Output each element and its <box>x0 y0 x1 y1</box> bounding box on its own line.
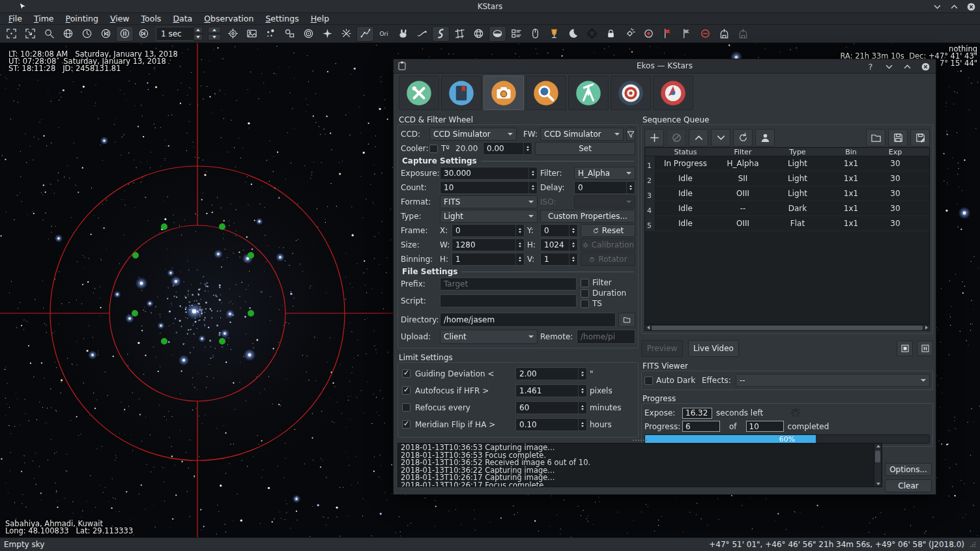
add-flag-icon[interactable] <box>659 26 676 42</box>
queue-refresh-button[interactable] <box>733 129 753 147</box>
scrollbar-handle[interactable] <box>652 326 923 330</box>
limit-spinbox-1[interactable]: 1.461 <box>515 384 587 397</box>
delay-spinbox[interactable]: 0 <box>574 181 635 194</box>
menu-observation[interactable]: Observation <box>198 13 259 24</box>
splitter-handle[interactable] <box>397 438 882 442</box>
limit-spinbox-0[interactable]: 2.00 <box>515 367 587 380</box>
pointing-target-icon[interactable] <box>224 26 242 42</box>
snapshot-icon[interactable] <box>621 26 639 42</box>
queue-save-as-button[interactable] <box>910 129 930 147</box>
script-input[interactable] <box>440 294 577 307</box>
table-row[interactable]: 4Idle--Dark1x130 <box>645 201 929 216</box>
directory-input[interactable]: /home/jasem <box>440 313 616 327</box>
filter-combo[interactable]: H_Alpha <box>574 167 635 180</box>
menu-view[interactable]: View <box>104 13 136 24</box>
table-horizontal-scrollbar[interactable] <box>644 325 930 331</box>
time-unit-updown[interactable] <box>208 27 221 40</box>
horizon-icon[interactable] <box>489 26 506 42</box>
pause-button[interactable] <box>917 341 933 356</box>
cooler-checkbox[interactable] <box>429 145 438 153</box>
show-deep-sky-icon[interactable] <box>281 26 298 42</box>
queue-open-button[interactable] <box>866 129 886 147</box>
type-combo[interactable]: Light <box>440 210 538 223</box>
zoom-select-icon[interactable] <box>22 26 39 42</box>
queue-add-button[interactable] <box>644 129 664 147</box>
prefix-input[interactable]: Target <box>440 277 577 290</box>
find-object-icon[interactable] <box>40 26 58 42</box>
dome-icon[interactable] <box>715 26 733 42</box>
constellation-lines-icon[interactable] <box>356 26 374 42</box>
queue-up-button[interactable] <box>689 129 708 147</box>
list-flags-icon[interactable] <box>678 26 695 42</box>
observation-planner-icon[interactable] <box>545 26 563 42</box>
upload-combo[interactable]: Client <box>440 330 538 344</box>
stop-button[interactable] <box>897 341 913 356</box>
spin-arrows[interactable] <box>523 143 532 154</box>
maximize-button[interactable] <box>949 1 959 12</box>
options-button[interactable]: Options... <box>885 463 932 476</box>
fw-combo[interactable]: CCD Simulator <box>540 128 624 141</box>
milky-way-icon[interactable] <box>432 26 450 42</box>
binning-v-spinbox[interactable]: 1 <box>540 253 578 266</box>
ekos-close-button[interactable] <box>920 61 930 72</box>
tab-mount[interactable] <box>568 76 609 110</box>
menu-settings[interactable]: Settings <box>259 13 304 24</box>
scroll-left-arrow[interactable] <box>645 326 651 330</box>
log-view[interactable]: 2018-01-13T10:36:53 Capturing image...20… <box>397 443 882 487</box>
show-satellites-icon[interactable] <box>338 26 355 42</box>
temperature-target-spinbox[interactable]: 0.00 <box>483 142 532 155</box>
dome-park-icon[interactable] <box>734 26 752 42</box>
exposure-spinbox[interactable]: 30.000 <box>440 167 538 180</box>
limit-checkbox-1[interactable] <box>402 386 411 395</box>
limit-spinbox-2[interactable]: 60 <box>515 401 587 414</box>
constellation-names-icon[interactable]: Ori <box>375 26 393 42</box>
filter-manager-button[interactable] <box>626 128 635 141</box>
effects-combo[interactable]: -- <box>736 374 930 387</box>
zoom-fit-icon[interactable] <box>3 26 20 42</box>
limit-checkbox-2[interactable] <box>402 403 411 412</box>
tab-focus[interactable] <box>526 76 566 110</box>
minimize-button[interactable] <box>932 1 942 12</box>
auto-dark-checkbox[interactable] <box>644 376 653 385</box>
queue-person-button[interactable] <box>755 129 775 147</box>
device-manager-icon[interactable] <box>526 26 544 42</box>
center-telescope-icon[interactable] <box>583 26 601 42</box>
limit-checkbox-3[interactable] <box>402 420 411 429</box>
menu-file[interactable]: File <box>3 13 28 24</box>
prefix-ts-checkbox[interactable] <box>581 300 589 308</box>
log-vertical-scrollbar[interactable] <box>874 444 881 486</box>
prefix-duration-checkbox[interactable] <box>581 289 589 298</box>
custom-properties-button[interactable]: Custom Properties... <box>540 210 635 223</box>
equatorial-grid-icon[interactable] <box>470 26 487 42</box>
browse-directory-button[interactable] <box>618 313 635 327</box>
whats-interesting-icon[interactable] <box>508 26 525 42</box>
clear-button[interactable]: Clear <box>885 479 932 492</box>
record-video-icon[interactable] <box>640 26 657 42</box>
tab-setup[interactable] <box>399 76 439 110</box>
binning-h-spinbox[interactable]: 1 <box>452 253 525 266</box>
ekos-titlebar[interactable]: Ekos — KStars ? <box>394 59 936 74</box>
table-row[interactable]: 1In ProgressH_AlphaLight1x130 <box>645 156 929 171</box>
menu-tools[interactable]: Tools <box>136 13 167 24</box>
ekos-rollup-button[interactable] <box>884 61 894 72</box>
limit-spinbox-3[interactable]: 0.10 <box>515 418 587 431</box>
time-step-forward-icon[interactable] <box>135 26 152 42</box>
ekos-help-button[interactable]: ? <box>865 61 876 72</box>
count-spinbox[interactable]: 10 <box>440 181 538 194</box>
table-row[interactable]: 2IdleSIILight1x130 <box>645 171 929 186</box>
show-comets-icon[interactable] <box>413 26 431 42</box>
log-scrollbar-handle[interactable] <box>875 451 880 462</box>
time-pause-icon[interactable] <box>116 26 134 42</box>
ekos-maximize-button[interactable] <box>902 61 912 72</box>
scroll-right-arrow[interactable] <box>923 326 929 330</box>
tab-capture[interactable] <box>483 76 524 110</box>
menu-pointing[interactable]: Pointing <box>60 13 104 24</box>
ccd-combo[interactable]: CCD Simulator <box>429 128 517 141</box>
tab-scheduler[interactable] <box>441 76 482 110</box>
time-step-spinbox[interactable]: 1 sec <box>156 27 203 41</box>
table-row[interactable]: 5IdleOIIIFlat1x130 <box>645 216 929 231</box>
menu-data[interactable]: Data <box>167 13 198 24</box>
night-mode-icon[interactable] <box>564 26 582 42</box>
set-geolocation-icon[interactable] <box>59 26 77 42</box>
reset-frame-button[interactable]: Reset <box>581 224 635 237</box>
